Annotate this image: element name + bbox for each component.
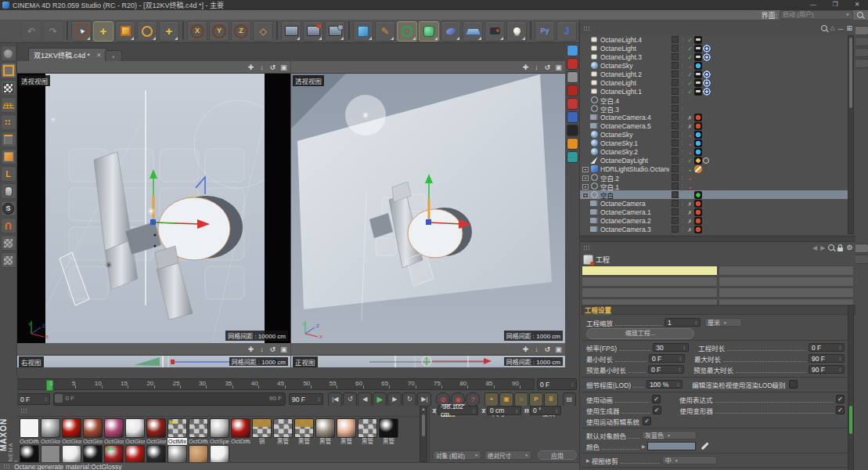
material[interactable] [82, 445, 103, 462]
material[interactable]: OctSpec [209, 418, 230, 445]
material[interactable]: 黑管 [272, 418, 294, 445]
undo-icon[interactable]: ↶ [21, 21, 41, 42]
layer-box[interactable] [672, 148, 679, 155]
points-mode-icon[interactable]: ∷ [1, 114, 16, 130]
material-thumbnail[interactable] [189, 418, 208, 438]
pan-view-icon[interactable]: ✚ [520, 344, 531, 354]
tag-light-icon[interactable] [694, 88, 702, 96]
visibility-dots[interactable]: : [679, 114, 686, 120]
visibility-dots[interactable]: : [679, 218, 686, 223]
visibility-dots[interactable]: : [679, 175, 686, 180]
toggle-view-icon[interactable]: ▣ [279, 62, 289, 72]
material[interactable] [40, 445, 61, 462]
空白.2[interactable]: 空白.2 : [580, 173, 848, 182]
material-thumbnail[interactable] [83, 418, 103, 438]
redo-icon[interactable]: ↷ [43, 21, 63, 42]
material[interactable]: OctDiffu [230, 418, 251, 445]
edges-mode-icon[interactable] [1, 132, 16, 147]
palette-red-ball-icon[interactable] [567, 58, 578, 70]
cube-primitive-icon[interactable] [353, 21, 373, 42]
tag-sky-icon[interactable] [694, 131, 702, 139]
material-thumbnail[interactable] [104, 418, 124, 438]
OctaneSky.1[interactable]: OctaneSky.1 : [580, 139, 848, 147]
side-tab[interactable] [855, 244, 868, 253]
eyedropper-icon[interactable] [701, 443, 708, 450]
object-list-scrollbar[interactable] [848, 35, 854, 234]
rotate-view-icon[interactable]: ↺ [268, 344, 278, 354]
material-thumbnail[interactable] [358, 418, 377, 438]
visibility-dots[interactable]: : [679, 149, 686, 154]
max-time-field[interactable]: 90 F↕ [809, 354, 845, 363]
scene-camera-icon[interactable] [484, 21, 505, 42]
viewport-label[interactable]: 透视视图 [19, 75, 50, 86]
visibility-dots[interactable]: : [679, 89, 686, 94]
viewport-canvas[interactable]: ✳ [291, 74, 565, 343]
material-scrollbar[interactable]: ▲ [420, 406, 427, 462]
interface-dropdown[interactable]: 启动 (用户)▼ [780, 10, 853, 20]
material[interactable]: OctGlos [40, 418, 61, 445]
空白.3[interactable]: 空白.3 : [580, 104, 848, 113]
material-thumbnail[interactable] [210, 418, 229, 438]
material-thumbnail[interactable] [337, 418, 356, 438]
visibility-dots[interactable]: : [679, 226, 686, 232]
palette-teal-icon[interactable] [567, 151, 578, 163]
history-back-icon[interactable]: ◀ [812, 244, 817, 251]
enable-state[interactable] [686, 191, 694, 199]
layer-box[interactable] [672, 96, 679, 103]
tag-sky-icon[interactable] [694, 139, 702, 147]
key-position-toggle[interactable]: + [484, 392, 499, 407]
material-thumbnail[interactable] [125, 445, 145, 462]
tag-light-icon[interactable] [694, 70, 702, 78]
visibility-dots[interactable]: : [679, 201, 686, 206]
material[interactable] [188, 445, 209, 462]
maximize-button[interactable]: ❐ [824, 0, 846, 10]
x-axis-lock-icon[interactable]: X [187, 21, 207, 42]
material[interactable] [19, 445, 40, 462]
viewport-perspective-right[interactable]: ✚ ↓ ↺ ▣ [291, 61, 565, 342]
tag-target-icon[interactable] [703, 45, 711, 52]
tag-sun-icon[interactable] [694, 157, 702, 164]
material-thumbnail[interactable] [20, 445, 39, 462]
layer-box[interactable] [672, 122, 679, 129]
pan-view-icon[interactable]: ✚ [520, 62, 531, 72]
add-panel-icon[interactable]: ⊞ [846, 24, 852, 32]
material-thumbnail[interactable] [146, 418, 166, 438]
material-thumbnail[interactable] [379, 418, 398, 438]
pan-view-icon[interactable]: ✚ [246, 62, 256, 72]
zoom-view-icon[interactable]: ↓ [531, 62, 542, 72]
python-icon[interactable]: Py [535, 21, 555, 42]
key-parameter-toggle[interactable]: P [529, 392, 543, 407]
live-selection-icon[interactable]: ▲ [71, 21, 92, 42]
enable-state[interactable] [686, 183, 694, 190]
palette-gray-icon[interactable] [567, 71, 578, 83]
enable-state[interactable] [686, 148, 694, 156]
use-animation-checkbox[interactable] [652, 395, 661, 403]
attribute-object-row[interactable]: 工程 [583, 255, 610, 265]
y-axis-lock-icon[interactable]: Y [209, 21, 229, 42]
layer-box[interactable] [672, 226, 679, 233]
tag-target-icon[interactable] [703, 88, 711, 96]
rotate-icon[interactable] [137, 21, 157, 42]
viewport-front-view[interactable]: ✚ ↓ ↺ ▣ 正视图 网格间距 : 1000 cm [291, 343, 565, 367]
model-mode-icon[interactable] [1, 63, 16, 78]
material[interactable] [124, 445, 146, 462]
go-to-start-button[interactable]: |◀ [328, 392, 342, 407]
apply-button[interactable]: 应用 [538, 450, 577, 460]
minimize-button[interactable]: — [802, 0, 824, 10]
key-scale-toggle[interactable]: ▣ [499, 392, 513, 407]
tag-camera-icon[interactable] [694, 217, 702, 225]
material-thumbnail[interactable] [83, 445, 103, 462]
空白[interactable]: 空白 : [580, 190, 848, 199]
subdivision-surface-icon[interactable] [397, 21, 417, 42]
enable-state[interactable] [686, 122, 694, 130]
viewport-label[interactable]: 右视图 [19, 356, 44, 367]
timeline-ruler[interactable]: 051015202530354045505560657075808590 [17, 378, 535, 390]
layer-box[interactable] [672, 157, 679, 164]
enable-axis-icon[interactable]: L [1, 166, 16, 182]
close-button[interactable]: ✕ [846, 0, 868, 10]
attribute-tab[interactable] [719, 287, 855, 298]
OctaneCamera.3[interactable]: OctaneCamera.3 : [580, 225, 848, 233]
layer-box[interactable] [672, 139, 679, 146]
position-mode-dropdown[interactable]: 对象 (相对)▼ [433, 450, 481, 460]
document-tab[interactable]: 双12KV终稿.c4d * ✕ [28, 48, 107, 62]
